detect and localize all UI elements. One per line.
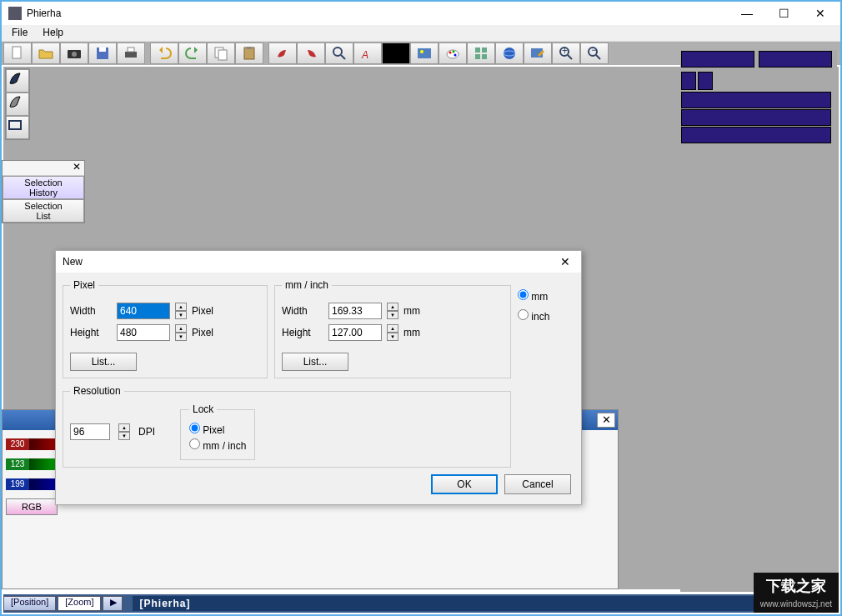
maximize-button[interactable]: ☐ [765, 3, 802, 24]
height-label: Height [70, 327, 112, 338]
svg-point-19 [454, 54, 457, 57]
paint-right-button[interactable] [297, 43, 325, 64]
layer-block[interactable] [681, 92, 831, 108]
unit-inch-radio[interactable]: inch [518, 309, 584, 323]
height-px-input[interactable] [117, 324, 170, 341]
status-zoom[interactable]: [Zoom] [58, 596, 101, 611]
dpi-label: DPI [138, 426, 155, 438]
grid-button[interactable] [467, 43, 495, 64]
height-label: Height [282, 327, 323, 338]
print-button[interactable] [117, 43, 145, 64]
width-label: Width [282, 305, 323, 317]
dialog-titlebar[interactable]: New ✕ [56, 251, 581, 273]
new-dialog: New ✕ Pixel Width ▲▼ Pixel Height ▲▼ Pix… [55, 250, 582, 505]
height-mm-input[interactable] [328, 324, 382, 341]
paste-button[interactable] [235, 43, 263, 64]
close-icon[interactable]: ✕ [556, 255, 574, 268]
unit-radio-group: mm inch [518, 279, 584, 378]
image-button[interactable] [410, 43, 439, 64]
watermark: 下载之家 www.windowszj.net [754, 573, 839, 613]
layer-block[interactable] [681, 109, 831, 126]
minimize-button[interactable]: — [729, 3, 765, 24]
mm-unit: mm [403, 305, 432, 317]
undo-button[interactable] [150, 43, 178, 64]
svg-line-28 [568, 55, 572, 59]
dpi-spinner[interactable]: ▲▼ [118, 423, 130, 440]
status-title: [Phierha] [133, 596, 839, 611]
close-button[interactable]: ✕ [802, 3, 839, 24]
width-px-spinner[interactable]: ▲▼ [175, 303, 187, 319]
color-swatch-button[interactable] [382, 43, 410, 64]
svg-rect-10 [247, 47, 252, 49]
redo-button[interactable] [178, 43, 207, 64]
zoom-in-button[interactable]: + [552, 43, 580, 64]
paint-left-button[interactable] [268, 43, 297, 64]
globe-button[interactable] [495, 43, 524, 64]
statusbar: [Position] [Zoom] ▶ [Phierha] [3, 594, 839, 613]
svg-rect-22 [475, 54, 480, 59]
text-button[interactable]: A [353, 43, 382, 64]
svg-point-11 [333, 48, 342, 56]
play-icon[interactable]: ▶ [103, 596, 123, 611]
status-position[interactable]: [Position] [3, 596, 56, 611]
app-icon [8, 7, 22, 20]
svg-rect-6 [128, 48, 134, 52]
unit-mm-radio[interactable]: mm [518, 289, 584, 303]
dpi-input[interactable] [70, 423, 110, 440]
layer-block[interactable] [698, 72, 713, 90]
edit-image-button[interactable] [524, 43, 552, 64]
mm-fieldset: mm / inch Width ▲▼ mm Height ▲▼ mm List.… [274, 279, 511, 378]
open-file-button[interactable] [32, 43, 60, 64]
r-value: 230 [6, 438, 29, 450]
pixel-list-button[interactable]: List... [70, 353, 137, 371]
svg-rect-33 [9, 121, 21, 129]
width-label: Width [70, 305, 112, 317]
lock-fieldset: Lock Pixel mm / inch [180, 403, 255, 460]
resolution-legend: Resolution [70, 385, 124, 397]
height-mm-spinner[interactable]: ▲▼ [387, 324, 398, 341]
menu-file[interactable]: File [5, 25, 34, 41]
svg-point-18 [453, 51, 455, 53]
selection-list-button[interactable]: Selection List [3, 199, 84, 223]
pen-tool[interactable] [6, 69, 29, 93]
rgb-mode-button[interactable]: RGB [6, 498, 58, 515]
width-px-input[interactable] [117, 303, 170, 319]
layer-block[interactable] [681, 127, 831, 143]
cancel-button[interactable]: Cancel [504, 474, 571, 494]
palette-button[interactable] [439, 43, 467, 64]
height-px-spinner[interactable]: ▲▼ [175, 324, 187, 341]
width-mm-input[interactable] [328, 303, 382, 319]
svg-line-12 [341, 55, 345, 59]
px-unit: Pixel [192, 327, 220, 338]
rectangle-tool[interactable] [6, 116, 29, 139]
zoom-out-button[interactable]: − [580, 43, 609, 64]
lock-pixel-radio[interactable]: Pixel [189, 423, 246, 436]
lock-mm-radio[interactable]: mm / inch [189, 438, 246, 452]
copy-button[interactable] [207, 43, 235, 64]
svg-rect-21 [482, 48, 487, 53]
menu-help[interactable]: Help [36, 25, 70, 41]
ok-button[interactable]: OK [431, 474, 498, 494]
titlebar[interactable]: Phierha — ☐ ✕ [2, 2, 840, 25]
g-value: 123 [6, 458, 29, 470]
close-icon[interactable]: ✕ [73, 161, 81, 173]
selection-history-button[interactable]: Selection History [3, 176, 84, 199]
mm-list-button[interactable]: List... [282, 353, 348, 371]
layer-block[interactable] [681, 72, 696, 90]
layer-block[interactable] [759, 51, 832, 68]
width-mm-spinner[interactable]: ▲▼ [387, 303, 398, 319]
new-file-button[interactable] [3, 43, 32, 64]
layer-block[interactable] [681, 51, 754, 68]
svg-rect-23 [482, 54, 487, 59]
save-button[interactable] [88, 43, 117, 64]
resolution-fieldset: Resolution ▲▼ DPI Lock Pixel mm / inch [63, 385, 511, 468]
svg-rect-20 [475, 48, 480, 53]
zoom-tool-button[interactable] [325, 43, 353, 64]
camera-button[interactable] [60, 43, 88, 64]
close-icon[interactable]: ✕ [597, 413, 615, 428]
main-window: Phierha — ☐ ✕ File Help A + − [0, 0, 842, 616]
svg-point-17 [449, 52, 452, 54]
selection-panel: ✕ Selection History Selection List [2, 160, 85, 223]
brush-tool[interactable] [6, 93, 29, 116]
svg-text:−: − [591, 45, 597, 56]
